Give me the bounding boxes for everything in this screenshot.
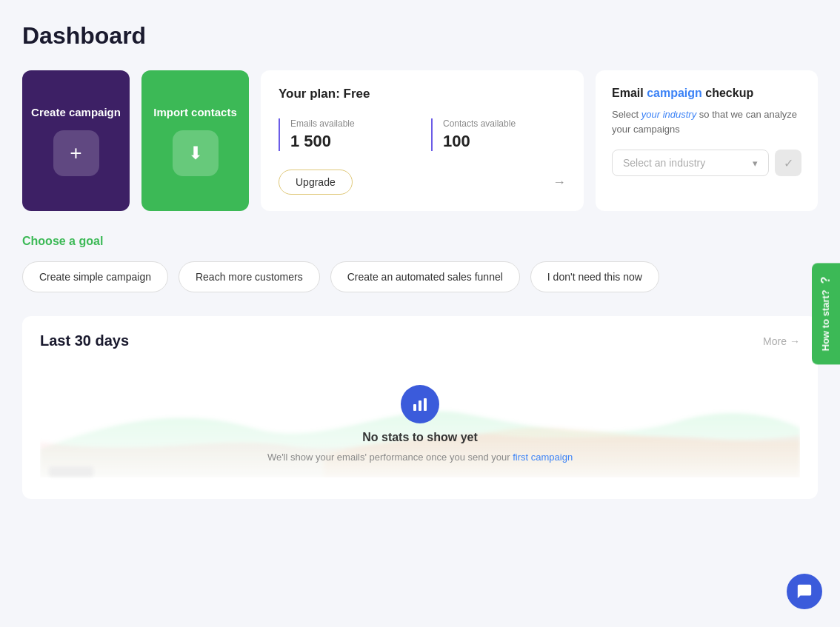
checkup-title: Email campaign checkup [612, 87, 801, 100]
industry-confirm-button[interactable]: ✓ [775, 150, 801, 176]
svg-rect-2 [424, 398, 427, 411]
industry-row: Select an industry ▾ ✓ [612, 150, 801, 176]
contacts-value: 100 [443, 132, 566, 151]
stats-header: Last 30 days More → [40, 332, 800, 349]
chart-icon-button[interactable] [401, 385, 439, 423]
goal-section: Choose a goal Create simple campaign Rea… [22, 235, 818, 292]
create-campaign-icon-wrapper: + [53, 130, 99, 176]
svg-rect-0 [413, 404, 416, 411]
more-link[interactable]: More → [763, 335, 800, 347]
goal-buttons: Create simple campaign Reach more custom… [22, 261, 818, 292]
emails-value: 1 500 [290, 132, 413, 151]
chevron-down-icon: ▾ [753, 158, 758, 169]
industry-dropdown[interactable]: Select an industry ▾ [612, 150, 769, 176]
import-contacts-label: Import contacts [153, 105, 237, 120]
goal-skip-button[interactable]: I don't need this now [530, 261, 659, 292]
stats-title: Last 30 days [40, 332, 129, 349]
question-icon: ? [819, 276, 833, 284]
chart-area: No stats to show yet We'll show your ema… [40, 364, 800, 483]
import-icon-wrapper: ⬇ [173, 130, 219, 176]
upgrade-button[interactable]: Upgrade [279, 170, 353, 195]
plan-card: Your plan: Free Emails available 1 500 C… [261, 70, 584, 211]
page-title: Dashboard [22, 22, 818, 50]
goal-reach-customers-button[interactable]: Reach more customers [179, 261, 320, 292]
industry-placeholder: Select an industry [623, 157, 705, 169]
checkup-description: Select your industry so that we can anal… [612, 107, 801, 136]
how-to-start-tab[interactable]: How to start? ? [812, 263, 840, 364]
checkup-card: Email campaign checkup Select your indus… [596, 70, 818, 211]
more-label: More [763, 335, 787, 347]
checkmark-icon: ✓ [784, 156, 793, 170]
svg-rect-1 [419, 400, 421, 411]
no-stats-title: No stats to show yet [362, 431, 478, 444]
plan-stats: Emails available 1 500 Contacts availabl… [279, 118, 566, 151]
chat-icon [796, 583, 813, 600]
checkup-title-highlight: campaign [647, 87, 702, 99]
download-icon: ⬇ [188, 143, 203, 164]
goal-title: Choose a goal [22, 235, 818, 248]
plan-arrow-icon[interactable]: → [553, 175, 566, 190]
plus-icon: + [70, 143, 81, 164]
plan-upgrade-row: Upgrade → [279, 170, 566, 195]
how-to-start-label: How to start? [821, 289, 832, 351]
contacts-stat: Contacts available 100 [431, 118, 566, 151]
bar-chart-icon [411, 395, 429, 413]
goal-simple-campaign-button[interactable]: Create simple campaign [22, 261, 168, 292]
emails-stat: Emails available 1 500 [279, 118, 413, 151]
chat-bubble-button[interactable] [787, 574, 822, 609]
goal-sales-funnel-button[interactable]: Create an automated sales funnel [330, 261, 520, 292]
stats-section: Last 30 days More → [22, 316, 818, 499]
create-campaign-label: Create campaign [31, 105, 121, 120]
chart-bottom-label [49, 466, 93, 477]
more-arrow-icon: → [790, 335, 800, 347]
cards-row: Create campaign + Import contacts ⬇ Your… [22, 70, 818, 211]
create-campaign-card[interactable]: Create campaign + [22, 70, 130, 211]
emails-label: Emails available [290, 118, 413, 129]
import-contacts-card[interactable]: Import contacts ⬇ [141, 70, 249, 211]
plan-title: Your plan: Free [279, 87, 566, 101]
industry-highlight: your industry [641, 109, 696, 120]
no-stats-subtitle: We'll show your emails' performance once… [267, 452, 573, 463]
contacts-label: Contacts available [443, 118, 566, 129]
first-campaign-link[interactable]: first campaign [513, 452, 573, 463]
chart-empty-overlay: No stats to show yet We'll show your ema… [40, 364, 800, 483]
